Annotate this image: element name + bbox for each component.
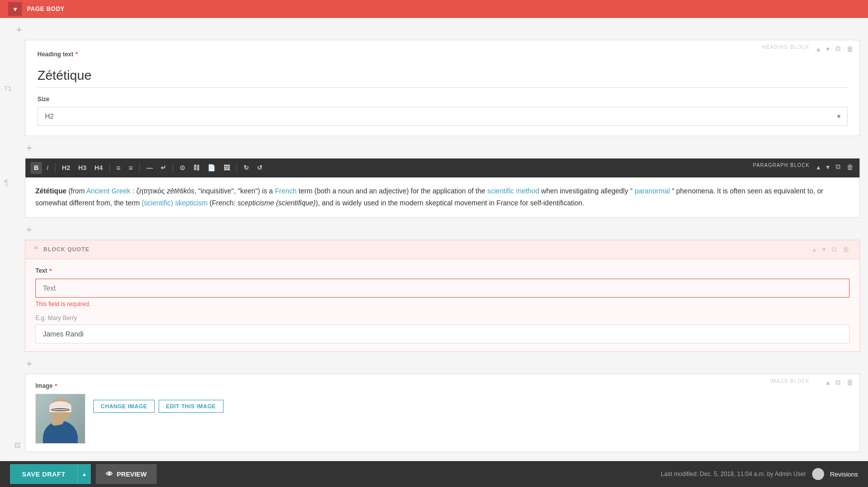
blockquote-quote-icon: ❝ bbox=[33, 245, 38, 254]
blockquote-copy-btn[interactable]: ⧉ bbox=[830, 244, 839, 255]
change-image-btn[interactable]: CHANGE IMAGE bbox=[93, 400, 155, 413]
blockquote-text-input[interactable] bbox=[35, 279, 850, 298]
heading-block-label: HEADING BLOCK bbox=[762, 44, 810, 50]
top-bar: ▾ PAGE BODY bbox=[0, 0, 868, 18]
size-label: Size bbox=[37, 96, 848, 103]
paragraph-content: Zététique (from Ancient Greek : ζητητικό… bbox=[25, 177, 860, 217]
add-block-btn-1[interactable]: + bbox=[15, 23, 23, 36]
paragraph-zetetique-bold: Zététique bbox=[35, 187, 66, 195]
paragraph-text-6: (French: scepticisme (scientifique)), an… bbox=[210, 199, 584, 207]
image-copy-btn[interactable]: ⧉ bbox=[834, 377, 843, 388]
paragraph-text-4: when investigating allegedly " bbox=[541, 187, 633, 195]
toolbar-link[interactable]: ⛓ bbox=[190, 162, 203, 174]
preview-label: PREVIEW bbox=[117, 471, 147, 478]
toolbar-sep-3 bbox=[139, 163, 140, 173]
heading-chevron-down[interactable]: ▾ bbox=[824, 44, 832, 54]
image-required: * bbox=[55, 382, 57, 390]
image-actions: CHANGE IMAGE EDIT THIS IMAGE bbox=[93, 398, 223, 413]
paragraph-link-skepticism[interactable]: (scientific) skepticism bbox=[142, 199, 208, 207]
paragraph-chevron-down[interactable]: ▾ bbox=[824, 162, 832, 172]
save-draft-group: SAVE DRAFT ▴ bbox=[10, 464, 91, 484]
preview-btn[interactable]: 👁 PREVIEW bbox=[96, 464, 157, 484]
main-content: + T1 HEADING BLOCK ▴ ▾ ⧉ 🗑 Heading text … bbox=[0, 22, 868, 487]
blockquote-text-label: Text * bbox=[35, 267, 850, 275]
image-thumbnail bbox=[35, 394, 85, 444]
page-body-chevron[interactable]: ▾ bbox=[8, 2, 22, 16]
blockquote-block: ❝ BLOCK QUOTE ▴ ▾ ⧉ 🗑 Text * This field … bbox=[25, 240, 860, 352]
blockquote-delete-btn[interactable]: 🗑 bbox=[841, 244, 852, 254]
add-block-btn-2[interactable]: + bbox=[25, 142, 33, 155]
paragraph-chevron-up[interactable]: ▴ bbox=[815, 162, 822, 172]
heading-copy-btn[interactable]: ⧉ bbox=[834, 43, 843, 54]
toolbar-image[interactable]: 🖼 bbox=[220, 162, 233, 174]
paragraph-link-french[interactable]: French bbox=[275, 187, 297, 195]
blockquote-body: Text * This field is required. E.g. Mary… bbox=[25, 259, 860, 351]
heading-text-display: Zététique bbox=[37, 62, 848, 88]
paragraph-link-ancient-greek[interactable]: Ancient Greek bbox=[86, 187, 131, 195]
heading-text-label: Heading text * bbox=[37, 50, 848, 58]
toolbar-hr[interactable]: — bbox=[143, 162, 156, 174]
toolbar-sep-2 bbox=[109, 163, 110, 173]
save-draft-btn[interactable]: SAVE DRAFT bbox=[10, 464, 78, 484]
paragraph-copy-btn[interactable]: ⧉ bbox=[834, 162, 843, 172]
paragraph-delete-btn[interactable]: 🗑 bbox=[845, 162, 856, 172]
blockquote-header: ❝ BLOCK QUOTE ▴ ▾ ⧉ 🗑 bbox=[25, 240, 860, 259]
paragraph-block-label: PARAGRAPH BLOCK bbox=[753, 162, 810, 168]
blockquote-chevron-up[interactable]: ▴ bbox=[811, 244, 818, 254]
edit-image-btn[interactable]: EDIT THIS IMAGE bbox=[159, 400, 223, 413]
footer-right: Last modified: Dec. 5, 2018, 11:04 a.m. … bbox=[661, 468, 858, 480]
image-chevron-up[interactable]: ▴ bbox=[824, 377, 832, 387]
heading-required: * bbox=[75, 50, 78, 58]
image-delete-btn[interactable]: 🗑 bbox=[845, 377, 856, 387]
footer-left: SAVE DRAFT ▴ 👁 PREVIEW bbox=[10, 464, 157, 484]
toolbar-ordered-list[interactable]: ≡ bbox=[113, 162, 124, 174]
t1-indicator: T1 bbox=[4, 84, 11, 92]
add-block-btn-3[interactable]: + bbox=[25, 223, 33, 236]
blockquote-chevron-down[interactable]: ▾ bbox=[820, 244, 828, 254]
image-block: IMAGE BLOCK ▴ ⧉ 🗑 Image * bbox=[25, 374, 860, 452]
toolbar-redo[interactable]: ↻ bbox=[240, 162, 252, 174]
add-block-btn-4[interactable]: + bbox=[25, 357, 33, 370]
toolbar-file[interactable]: 📄 bbox=[204, 162, 219, 174]
paragraph-link-scientific-method[interactable]: scientific method bbox=[487, 187, 539, 195]
toolbar-sep-1 bbox=[55, 163, 55, 173]
heading-chevron-up[interactable]: ▴ bbox=[815, 44, 822, 54]
preview-eye-icon: 👁 bbox=[106, 470, 113, 478]
paragraph-toolbar: B I H2 H3 H4 ≡ ≡ — ↵ ⊙ ⛓ 📄 🖼 ↻ ↺ bbox=[25, 159, 860, 177]
size-select-wrapper: H1 H2 H3 H4 ▾ bbox=[37, 107, 848, 126]
save-draft-chevron[interactable]: ▴ bbox=[78, 464, 91, 484]
image-small-icon: 🖼 bbox=[14, 442, 20, 449]
toolbar-sep-4 bbox=[173, 163, 173, 173]
blockquote-required: * bbox=[49, 267, 52, 275]
image-block-label: IMAGE BLOCK bbox=[770, 378, 810, 384]
toolbar-undo[interactable]: ↺ bbox=[253, 162, 266, 174]
toolbar-bold[interactable]: B bbox=[30, 162, 42, 174]
toolbar-italic[interactable]: I bbox=[43, 162, 52, 174]
paragraph-text-1: (from bbox=[68, 187, 86, 195]
toolbar-media[interactable]: ⊙ bbox=[176, 162, 189, 174]
paragraph-link-paranormal[interactable]: paranormal bbox=[635, 187, 670, 195]
paragraph-block: PARAGRAPH BLOCK ▴ ▾ ⧉ 🗑 B I H2 H3 H4 ≡ ≡… bbox=[25, 158, 860, 218]
toolbar-sep-5 bbox=[236, 163, 237, 173]
paragraph-text-3: term (both a noun and an adjective) for … bbox=[298, 187, 487, 195]
image-label: Image * bbox=[35, 382, 850, 390]
last-modified-text: Last modified: Dec. 5, 2018, 11:04 a.m. … bbox=[661, 471, 806, 478]
size-select[interactable]: H1 H2 H3 H4 bbox=[37, 107, 848, 126]
top-bar-label: PAGE BODY bbox=[27, 5, 65, 12]
toolbar-h4[interactable]: H4 bbox=[91, 162, 106, 174]
image-preview-row: CHANGE IMAGE EDIT THIS IMAGE bbox=[35, 394, 850, 444]
revisions-link[interactable]: Revisions bbox=[830, 471, 858, 478]
heading-delete-btn[interactable]: 🗑 bbox=[845, 44, 856, 54]
footer-bar: SAVE DRAFT ▴ 👁 PREVIEW Last modified: De… bbox=[0, 461, 868, 487]
toolbar-return[interactable]: ↵ bbox=[157, 162, 170, 174]
blockquote-sub-label: E.g. Mary Berry bbox=[35, 315, 850, 322]
paragraph-text-2: : ζητητικός zētētikós, "inquisitive", "k… bbox=[133, 187, 275, 195]
toolbar-unordered-list[interactable]: ≡ bbox=[125, 162, 137, 174]
blockquote-author-input[interactable] bbox=[35, 325, 850, 343]
paragraph-indicator: ¶ bbox=[4, 178, 9, 188]
toolbar-h2[interactable]: H2 bbox=[58, 162, 74, 174]
blockquote-header-label: BLOCK QUOTE bbox=[43, 246, 89, 252]
admin-avatar bbox=[812, 468, 824, 480]
toolbar-h3[interactable]: H3 bbox=[75, 162, 90, 174]
blockquote-error-message: This field is required. bbox=[35, 301, 850, 308]
